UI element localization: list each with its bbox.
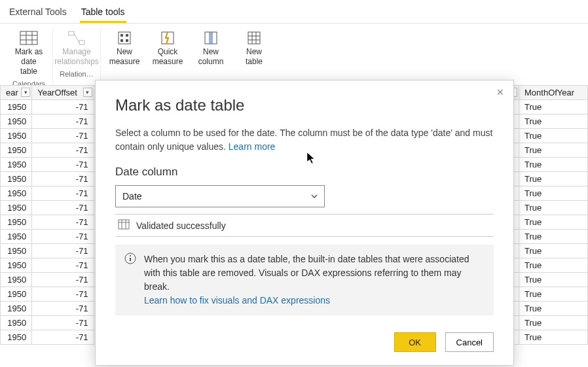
validation-status: Validated successfully — [115, 214, 494, 237]
cell: 1950 — [1, 230, 32, 244]
cell: 1950 — [1, 330, 32, 345]
new-table-button[interactable]: New table — [236, 27, 272, 68]
tab-table-tools[interactable]: Table tools — [80, 4, 126, 23]
cell: -71 — [32, 287, 94, 302]
cell: True — [519, 172, 588, 186]
cell: -71 — [32, 273, 94, 287]
cell: 1950 — [1, 302, 32, 316]
date-column-label: Date column — [115, 166, 494, 179]
calendar-table-icon — [18, 29, 39, 47]
cell: True — [519, 129, 588, 143]
cell: True — [519, 230, 588, 244]
manage-relationships-button[interactable]: Manage relationships — [58, 27, 95, 68]
cell: 1950 — [1, 287, 32, 302]
cell: True — [519, 244, 588, 258]
new-measure-button[interactable]: New measure — [106, 27, 143, 68]
table-icon — [118, 219, 130, 232]
column-header[interactable]: YearOffset▾ — [32, 86, 94, 100]
cell: -71 — [32, 244, 94, 258]
ribbon-label: Manage relationships — [54, 47, 98, 67]
mark-as-date-table-dialog: ✕ Mark as date table Select a column to … — [95, 80, 514, 366]
svg-line-7 — [74, 33, 79, 43]
cell: 1950 — [1, 316, 32, 330]
cell: True — [519, 287, 588, 302]
svg-rect-5 — [69, 31, 74, 35]
learn-more-link[interactable]: Learn more — [229, 141, 276, 152]
cell: True — [519, 114, 588, 129]
table-icon — [244, 29, 265, 47]
cell: -71 — [32, 230, 94, 244]
ribbon-label: New measure — [109, 47, 140, 67]
ribbon-label: Quick measure — [153, 47, 183, 67]
cell: True — [519, 258, 588, 273]
column-icon — [200, 29, 221, 47]
cell: 1950 — [1, 143, 32, 158]
mark-as-date-table-button[interactable]: Mark as date table — [10, 27, 47, 78]
ribbon-label: New table — [246, 47, 263, 67]
cell: 1950 — [1, 201, 32, 215]
quick-measure-button[interactable]: Quick measure — [149, 27, 186, 68]
cell: -71 — [32, 201, 94, 215]
quick-measure-icon — [157, 29, 178, 47]
cell: -71 — [32, 302, 94, 316]
close-icon: ✕ — [496, 87, 504, 97]
svg-rect-16 — [248, 32, 260, 44]
cell: 1950 — [1, 158, 32, 172]
ribbon-group-relationships: Manage relationships Relation… — [53, 27, 101, 90]
dialog-description: Select a column to be used for the date.… — [115, 126, 494, 154]
cell: 1950 — [1, 172, 32, 186]
cell: True — [519, 330, 588, 345]
cell: True — [519, 186, 588, 201]
cell: -71 — [32, 100, 94, 114]
ok-button[interactable]: OK — [394, 332, 436, 352]
svg-point-26 — [130, 255, 131, 256]
cell: True — [519, 215, 588, 230]
cell: True — [519, 316, 588, 330]
svg-rect-6 — [79, 41, 84, 44]
cell: 1950 — [1, 215, 32, 230]
cell: -71 — [32, 129, 94, 143]
ribbon-group-label — [188, 68, 190, 80]
cell: -71 — [32, 215, 94, 230]
select-value: Date — [122, 191, 142, 201]
cell: -71 — [32, 114, 94, 129]
ribbon-label: New column — [198, 47, 224, 67]
cell: -71 — [32, 316, 94, 330]
fix-visuals-link[interactable]: Learn how to fix visuals and DAX express… — [144, 295, 330, 306]
svg-rect-12 — [126, 39, 128, 42]
svg-rect-11 — [120, 39, 123, 42]
svg-rect-8 — [119, 32, 130, 44]
cell: True — [519, 100, 588, 114]
cell: 1950 — [1, 258, 32, 273]
tab-external-tools[interactable]: External Tools — [8, 4, 68, 23]
column-filter-icon[interactable]: ▾ — [83, 88, 92, 97]
cancel-button[interactable]: Cancel — [445, 332, 494, 352]
close-button[interactable]: ✕ — [494, 86, 507, 99]
cell: -71 — [32, 330, 94, 345]
cell: True — [519, 201, 588, 215]
column-header[interactable]: ear▾ — [1, 86, 32, 100]
info-box: When you mark this as a date table, the … — [115, 245, 494, 315]
cell: -71 — [32, 258, 94, 273]
cell: 1950 — [1, 114, 32, 129]
ribbon-group-label: Relation… — [60, 68, 93, 80]
column-header[interactable]: MonthOfYear — [519, 86, 588, 100]
new-column-button[interactable]: New column — [193, 27, 229, 68]
validation-text: Validated successfully — [136, 220, 226, 231]
cell: -71 — [32, 172, 94, 186]
dialog-title: Mark as date table — [115, 96, 494, 114]
cell: -71 — [32, 143, 94, 158]
cell: True — [519, 143, 588, 158]
svg-rect-15 — [209, 32, 213, 44]
cell: True — [519, 273, 588, 287]
svg-rect-0 — [20, 31, 37, 44]
cell: 1950 — [1, 273, 32, 287]
column-filter-icon[interactable]: ▾ — [21, 88, 30, 97]
info-icon — [124, 253, 136, 307]
svg-rect-9 — [120, 34, 123, 37]
cell: 1950 — [1, 186, 32, 201]
date-column-select[interactable]: Date — [115, 185, 325, 207]
cell: -71 — [32, 158, 94, 172]
measure-icon — [114, 29, 135, 47]
ribbon-label: Mark as date table — [12, 47, 46, 77]
